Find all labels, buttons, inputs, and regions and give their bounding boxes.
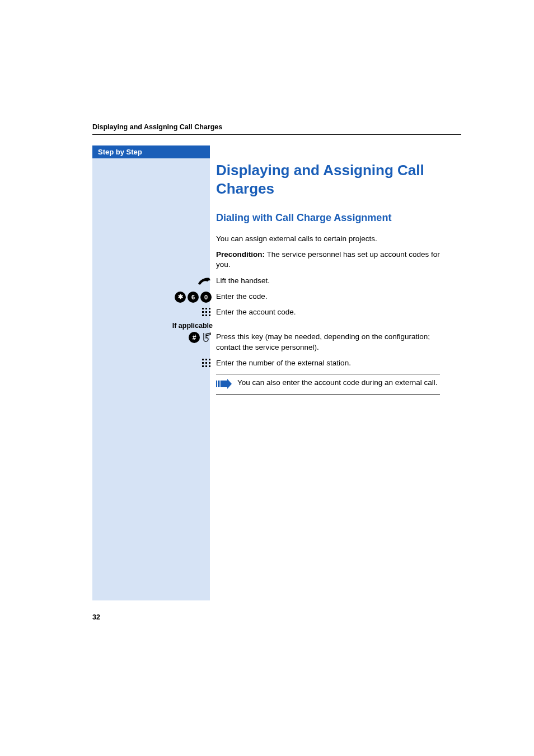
svg-rect-0 — [202, 308, 204, 309]
keypad-icon — [171, 358, 215, 368]
svg-rect-16 — [205, 365, 207, 367]
svg-rect-9 — [202, 359, 204, 360]
handset-icon — [171, 276, 215, 286]
sidebar-step-by-step-header: Step by Step — [92, 145, 210, 158]
svg-rect-19 — [218, 381, 219, 387]
hash-tone-icon: # — [171, 332, 215, 343]
step-text: Press this key (may be needed, depending… — [216, 332, 440, 352]
heading-2: Dialing with Call Charge Assignment — [216, 212, 440, 224]
svg-rect-20 — [219, 381, 221, 387]
step-row: Enter the number of the external station… — [216, 358, 440, 368]
intro-paragraph: You can assign external calls to certain… — [216, 234, 440, 244]
page: Displaying and Assigning Call Charges St… — [0, 0, 534, 135]
step-row-optional: If applicable # Press this key (may be n… — [216, 332, 440, 352]
step-text: Enter the account code. — [216, 307, 296, 317]
main-content: Displaying and Assigning Call Charges Di… — [216, 161, 440, 395]
key-hash: # — [189, 332, 200, 343]
svg-rect-7 — [205, 314, 207, 316]
precondition-paragraph: Precondition: The service personnel has … — [216, 250, 440, 270]
svg-rect-8 — [209, 314, 210, 316]
svg-rect-11 — [209, 359, 210, 360]
note-text: You can also enter the account code duri… — [237, 378, 438, 388]
step-text: Enter the number of the external station… — [216, 358, 351, 368]
svg-rect-10 — [205, 359, 207, 360]
svg-rect-3 — [202, 311, 204, 313]
header-rule — [92, 134, 461, 135]
step-row: ✱ 6 0 Enter the code. — [216, 292, 440, 302]
svg-rect-17 — [209, 365, 210, 367]
precondition-label: Precondition: — [216, 250, 265, 259]
page-number: 32 — [92, 613, 100, 621]
step-row: Lift the handset. — [216, 276, 440, 286]
key-0: 0 — [200, 292, 212, 303]
svg-rect-1 — [205, 308, 207, 309]
key-star: ✱ — [175, 292, 186, 303]
note-box: You can also enter the account code duri… — [216, 374, 440, 395]
step-text: Enter the code. — [216, 292, 268, 302]
step-row: Enter the account code. — [216, 307, 440, 317]
svg-rect-18 — [216, 381, 217, 387]
keypad-icon — [171, 307, 215, 317]
key-6: 6 — [188, 292, 199, 303]
heading-1: Displaying and Assigning Call Charges — [216, 161, 440, 198]
svg-rect-15 — [202, 365, 204, 367]
if-applicable-label: If applicable — [157, 322, 213, 330]
running-header: Displaying and Assigning Call Charges — [92, 123, 461, 131]
key-sequence-icon: ✱ 6 0 — [171, 292, 215, 303]
step-text: Lift the handset. — [216, 276, 270, 286]
svg-rect-12 — [202, 362, 204, 364]
svg-rect-14 — [209, 362, 210, 364]
sidebar-strip — [92, 158, 210, 600]
svg-rect-13 — [205, 362, 207, 364]
svg-rect-2 — [209, 308, 210, 309]
svg-rect-4 — [205, 311, 207, 313]
svg-rect-6 — [202, 314, 204, 316]
note-arrow-icon — [216, 379, 232, 391]
svg-rect-5 — [209, 311, 210, 313]
